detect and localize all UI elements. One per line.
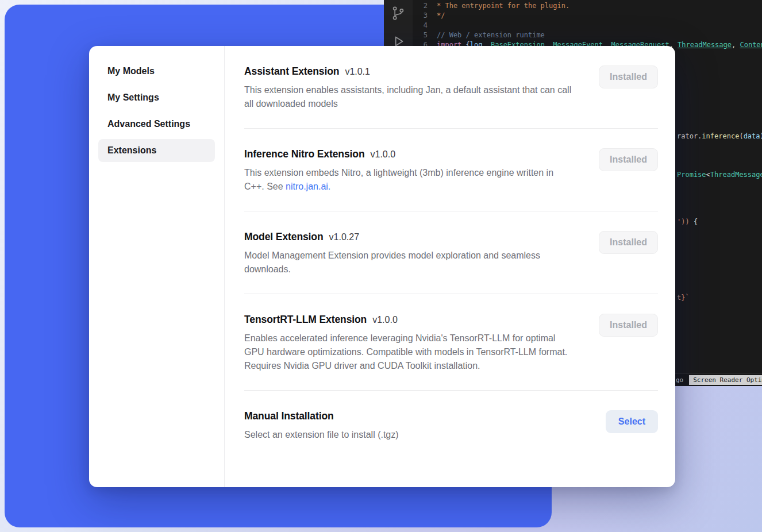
extension-title: Model Extension <box>244 231 324 243</box>
code-token: data <box>744 132 760 140</box>
extension-section: Model Extensionv1.0.27Model Management E… <box>244 211 658 294</box>
code-token: , <box>732 41 740 49</box>
extension-title: Assistant Extension <box>244 65 339 78</box>
extension-text: Model Extensionv1.0.27Model Management E… <box>244 231 576 276</box>
extension-text: Manual InstallationSelect an extension f… <box>244 410 399 442</box>
screen-reader-status-chip[interactable]: Screen Reader Optimize <box>689 375 762 385</box>
extension-version: v1.0.27 <box>329 232 359 242</box>
installed-button[interactable]: Installed <box>599 148 658 171</box>
line-number: 4 <box>413 21 428 30</box>
extension-title: TensortRT-LLM Extension <box>244 314 367 326</box>
extension-description: Select an extension file to install (.tg… <box>244 428 399 442</box>
status-text: go <box>676 376 683 384</box>
settings-modal: My ModelsMy SettingsAdvanced SettingsExt… <box>89 46 675 487</box>
installed-button[interactable]: Installed <box>599 65 658 88</box>
settings-sidebar: My ModelsMy SettingsAdvanced SettingsExt… <box>89 46 225 487</box>
extension-title: Manual Installation <box>244 410 334 422</box>
code-token: { <box>690 218 698 226</box>
code-token: Promise <box>677 171 706 179</box>
code-fragment: t}` <box>677 294 690 302</box>
code-token: ContentType <box>740 41 762 49</box>
extension-description-text: Select an extension file to install (.tg… <box>244 430 399 440</box>
extension-section: Manual InstallationSelect an extension f… <box>244 391 658 459</box>
extension-description-text: This extension enables assistants, inclu… <box>244 85 571 109</box>
code-token: inference <box>702 132 739 140</box>
extension-text: Inference Nitro Extensionv1.0.0This exte… <box>244 148 576 194</box>
code-lines: 2* The entrypoint for the plugin.3*/45//… <box>413 1 762 50</box>
extension-description-text: Enables accelerated inference leveraging… <box>244 333 567 371</box>
sidebar-item-extensions[interactable]: Extensions <box>98 139 215 162</box>
line-number: 5 <box>413 30 428 40</box>
extension-section: TensortRT-LLM Extensionv1.0.0Enables acc… <box>244 294 658 391</box>
code-token: rator. <box>677 132 702 140</box>
code-fragment: Promise<ThreadMessage> <box>677 171 762 179</box>
extensions-list: Assistant Extensionv1.0.1This extension … <box>225 46 675 487</box>
code-token: t}` <box>677 294 690 302</box>
code-token: */ <box>437 11 445 20</box>
extension-description-text: Model Management Extension provides mode… <box>244 250 540 274</box>
code-token: * The entrypoint for the plugin. <box>437 2 569 10</box>
sidebar-item-advanced-settings[interactable]: Advanced Settings <box>98 113 215 136</box>
code-line: 3*/ <box>413 11 762 21</box>
line-number: 3 <box>413 11 428 21</box>
code-line: 2* The entrypoint for the plugin. <box>413 1 762 11</box>
extension-section: Assistant Extensionv1.0.1This extension … <box>244 65 658 129</box>
extension-text: TensortRT-LLM Extensionv1.0.0Enables acc… <box>244 314 576 373</box>
code-token: )); <box>760 132 762 140</box>
code-fragment: rator.inference(data)); <box>677 132 762 140</box>
extension-version: v1.0.1 <box>345 67 370 77</box>
code-token: ')) <box>677 218 690 226</box>
git-branch-icon[interactable] <box>390 5 406 24</box>
code-token: // Web / extension runtime <box>437 31 545 39</box>
sidebar-item-my-settings[interactable]: My Settings <box>98 86 215 109</box>
installed-button[interactable]: Installed <box>599 314 658 337</box>
extension-link[interactable]: nitro.jan.ai. <box>286 182 330 191</box>
sidebar-item-my-models[interactable]: My Models <box>98 60 215 83</box>
extension-description: This extension embeds Nitro, a lightweig… <box>244 166 576 194</box>
extension-description: Enables accelerated inference leveraging… <box>244 331 576 373</box>
line-number: 2 <box>413 1 428 11</box>
extension-section: Inference Nitro Extensionv1.0.0This exte… <box>244 129 658 211</box>
code-token: ThreadMessage <box>678 41 732 49</box>
extension-description: Model Management Extension provides mode… <box>244 249 576 276</box>
extension-description: This extension enables assistants, inclu… <box>244 83 576 111</box>
extension-text: Assistant Extensionv1.0.1This extension … <box>244 65 576 111</box>
code-line: 5// Web / extension runtime <box>413 30 762 40</box>
code-token: ( <box>739 132 743 140</box>
select-button[interactable]: Select <box>606 410 658 433</box>
code-fragment: ')) { <box>677 218 698 226</box>
desktop: 2* The entrypoint for the plugin.3*/45//… <box>0 0 762 532</box>
code-line: 4 <box>413 21 762 30</box>
extension-version: v1.0.0 <box>371 149 396 160</box>
installed-button[interactable]: Installed <box>599 231 658 254</box>
code-token: < <box>706 171 710 179</box>
code-token: ThreadMessage <box>710 171 762 179</box>
extension-version: v1.0.0 <box>372 315 398 325</box>
extension-title: Inference Nitro Extension <box>244 148 365 160</box>
